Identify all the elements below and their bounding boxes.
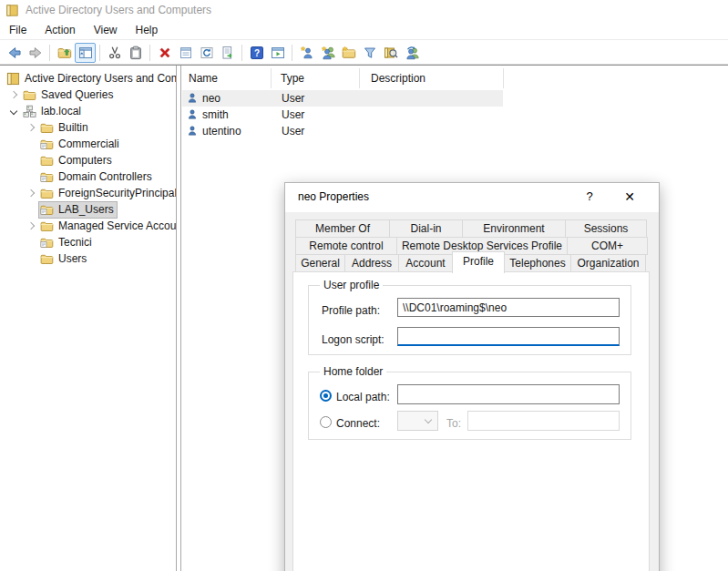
menu-view[interactable]: View — [85, 21, 127, 39]
logon-script-label: Logon script: — [322, 333, 385, 346]
cut-icon[interactable] — [104, 43, 125, 63]
tree-item-domain-controllers[interactable]: Domain Controllers — [23, 168, 155, 185]
drive-letter-dropdown[interactable] — [397, 411, 438, 431]
tree-item-computers[interactable]: Computers — [23, 152, 115, 168]
tree-item-builtin[interactable]: Builtin — [23, 119, 91, 136]
tree-item-tecnici[interactable]: Tecnici — [23, 234, 95, 250]
tree-item-foreignsecurityprincipals[interactable]: ForeignSecurityPrincipals — [23, 185, 177, 201]
ou-icon — [40, 236, 54, 250]
logon-script-input[interactable] — [397, 327, 620, 346]
folder-icon — [40, 154, 54, 168]
profile-path-label: Profile path: — [322, 304, 380, 317]
column-divider[interactable] — [503, 68, 504, 88]
tab-organization[interactable]: Organization — [570, 254, 646, 272]
column-header-type[interactable]: Type — [281, 66, 304, 90]
console-window-icon[interactable] — [267, 43, 288, 63]
user-icon — [186, 108, 199, 121]
connect-label: Connect: — [336, 417, 380, 430]
properties-icon[interactable] — [175, 43, 196, 63]
refresh-icon[interactable] — [196, 43, 217, 63]
ou-icon — [40, 138, 54, 151]
column-divider[interactable] — [271, 68, 272, 88]
profile-path-input[interactable] — [397, 298, 620, 317]
toolbar-separator — [49, 45, 50, 61]
folder-icon — [40, 187, 54, 200]
tab-profile[interactable]: Profile — [452, 251, 505, 273]
folder-icon — [40, 219, 54, 233]
show-console-tree-icon[interactable] — [75, 43, 96, 63]
list-header: Name Type Description — [181, 66, 728, 90]
back-icon[interactable] — [4, 43, 25, 63]
local-path-input[interactable] — [397, 384, 620, 404]
add-member-icon[interactable] — [401, 43, 422, 63]
toolbar-separator — [241, 45, 242, 61]
list-row-smith[interactable]: smithUser — [182, 107, 503, 123]
local-path-label: Local path: — [336, 391, 390, 403]
folder-icon — [40, 121, 54, 135]
neo-properties-dialog: neo Properties ? ✕ Member OfDial-inEnvir… — [284, 182, 660, 571]
help-icon[interactable]: ? — [246, 43, 267, 63]
toolbar-separator — [292, 45, 292, 61]
tab-sessions[interactable]: Sessions — [565, 219, 647, 238]
user-icon — [186, 92, 199, 105]
tab-general[interactable]: General — [295, 254, 345, 272]
menu-bar: FileActionViewHelp — [0, 20, 728, 40]
delete-icon[interactable] — [154, 43, 175, 63]
to-label: To: — [446, 417, 461, 430]
tab-member-of[interactable]: Member Of — [295, 219, 390, 238]
local-path-radio[interactable] — [320, 390, 332, 402]
tab-remote-control[interactable]: Remote control — [295, 237, 397, 255]
tab-dial-in[interactable]: Dial-in — [389, 219, 463, 238]
list-row-utentino[interactable]: utentinoUser — [182, 123, 503, 139]
export-list-icon[interactable] — [217, 43, 238, 63]
tree-expanded-chevron-icon[interactable] — [10, 107, 17, 115]
tree-item-commerciali[interactable]: Commerciali — [23, 136, 122, 152]
tree-collapsed-chevron-icon[interactable] — [10, 91, 17, 98]
tab-environment[interactable]: Environment — [462, 219, 566, 238]
column-header-name[interactable]: Name — [189, 66, 218, 90]
tree-item-active-directory-users-and-computers[interactable]: Active Directory Users and Computers — [5, 70, 177, 87]
up-one-level-icon[interactable] — [54, 43, 75, 63]
menu-action[interactable]: Action — [36, 21, 84, 39]
find-icon[interactable] — [380, 43, 401, 63]
tree-item-saved-queries[interactable]: Saved Queries — [5, 87, 116, 103]
console-icon — [6, 72, 20, 86]
menu-file[interactable]: File — [0, 21, 36, 39]
paste-icon[interactable] — [125, 43, 146, 63]
ou-icon — [40, 170, 54, 184]
forward-icon[interactable] — [25, 43, 46, 63]
console-tree-pane[interactable]: Active Directory Users and ComputersSave… — [0, 66, 177, 571]
dialog-help-button[interactable]: ? — [579, 187, 600, 207]
toolbar-separator — [99, 45, 100, 61]
app-window: Active Directory Users and Computers Fil… — [0, 0, 728, 571]
tree-item-users[interactable]: Users — [23, 250, 89, 267]
dialog-close-button[interactable]: ✕ — [619, 187, 641, 207]
tree-item-managed-service-accounts[interactable]: Managed Service Accounts — [23, 218, 177, 234]
column-header-description[interactable]: Description — [371, 66, 426, 90]
user-profile-group-label: User profile — [320, 279, 383, 291]
tree-collapsed-chevron-icon[interactable] — [27, 222, 35, 229]
connect-radio[interactable] — [320, 416, 332, 428]
chevron-down-icon — [425, 416, 432, 423]
filter-icon[interactable] — [359, 43, 380, 63]
tree-item-lab-local[interactable]: lab.local — [5, 103, 84, 119]
menu-help[interactable]: Help — [127, 21, 168, 39]
domain-icon — [23, 105, 36, 118]
tree-item-lab-users[interactable]: LAB_Users — [23, 201, 117, 218]
new-user-icon[interactable] — [296, 43, 317, 63]
toolbar-separator — [149, 45, 150, 61]
tree-collapsed-chevron-icon[interactable] — [27, 189, 35, 197]
column-divider[interactable] — [359, 68, 360, 88]
new-ou-icon[interactable] — [338, 43, 359, 63]
profile-tab-page: User profile Profile path: Logon script:… — [292, 271, 650, 571]
home-folder-groupbox: Home folder Local path: Connect: To: — [308, 372, 631, 440]
list-row-neo[interactable]: neoUser — [182, 90, 503, 107]
tab-account[interactable]: Account — [398, 254, 453, 272]
tab-com-[interactable]: COM+ — [567, 237, 648, 255]
folder-icon — [40, 252, 54, 266]
tab-address[interactable]: Address — [344, 254, 399, 272]
tree-collapsed-chevron-icon[interactable] — [27, 124, 35, 131]
connect-to-input[interactable] — [467, 411, 620, 431]
tab-telephones[interactable]: Telephones — [504, 254, 571, 272]
new-group-icon[interactable] — [317, 43, 338, 63]
